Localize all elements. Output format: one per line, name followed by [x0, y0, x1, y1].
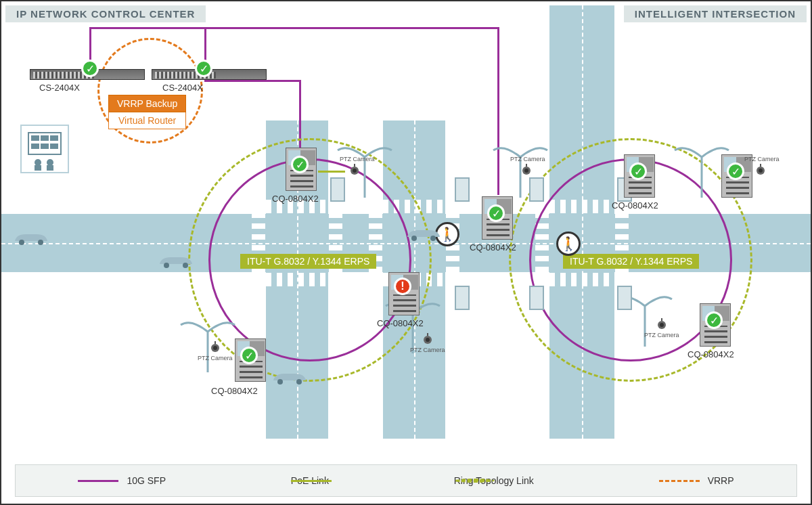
traffic-cabinet — [529, 286, 544, 310]
device-label: CQ-0804X2 — [211, 386, 258, 396]
noc-icon — [24, 130, 65, 171]
vrrp-backup-label: VRRP Backup — [108, 95, 186, 112]
status-ok-icon: ✓ — [705, 311, 723, 329]
svg-point-27 — [411, 236, 417, 241]
car-icon — [157, 252, 195, 269]
legend-swatch-poe — [291, 480, 332, 482]
svg-point-18 — [524, 169, 528, 173]
status-alert-icon: ! — [394, 278, 411, 295]
svg-point-24 — [38, 240, 43, 245]
ptz-camera-icon — [208, 340, 222, 353]
svg-point-23 — [19, 240, 24, 245]
legend-item-sfp: 10G SFP — [78, 475, 166, 486]
ptz-label: PTZ Camera — [744, 156, 780, 162]
car-icon — [405, 225, 443, 242]
svg-rect-6 — [50, 144, 58, 149]
header-right: INTELLIGENT INTERSECTION — [624, 5, 807, 22]
svg-rect-8 — [35, 165, 41, 171]
sfp-link — [204, 80, 301, 82]
ptz-camera-icon — [655, 317, 669, 330]
svg-point-22 — [759, 169, 763, 173]
ptz-camera-icon — [520, 162, 533, 176]
status-ok-icon: ✓ — [81, 60, 99, 77]
virtual-router-label: Virtual Router — [108, 112, 186, 129]
rack-label-left: CS-2404X — [39, 83, 80, 93]
status-ok-icon: ✓ — [195, 60, 212, 77]
svg-rect-1 — [31, 135, 39, 141]
ptz-label: PTZ Camera — [198, 355, 233, 361]
status-ok-icon: ✓ — [629, 162, 647, 180]
svg-point-12 — [353, 169, 357, 173]
svg-rect-4 — [31, 144, 39, 149]
traffic-cabinet — [455, 177, 470, 202]
svg-point-16 — [213, 346, 217, 350]
svg-point-20 — [660, 323, 664, 327]
ptz-label: PTZ Camera — [510, 156, 545, 162]
sfp-link — [89, 27, 499, 29]
status-ok-icon: ✓ — [291, 156, 309, 173]
traffic-cabinet — [617, 286, 632, 310]
diagram-canvas: IP NETWORK CONTROL CENTER INTELLIGENT IN… — [0, 0, 812, 505]
svg-point-26 — [183, 263, 188, 268]
status-ok-icon: ✓ — [240, 347, 258, 364]
device-label: CQ-0804X2 — [470, 242, 516, 252]
device-label: CQ-0804X2 — [377, 318, 424, 328]
ptz-camera-icon — [754, 162, 767, 176]
ptz-label: PTZ Camera — [340, 156, 375, 162]
rack-label-right: CS-2404X — [162, 83, 203, 93]
svg-rect-10 — [47, 165, 53, 171]
erps-label-left: ITU-T G.8032 / Y.1344 ERPS — [240, 254, 376, 269]
legend-swatch-vrrp — [659, 480, 700, 482]
ptz-camera-icon — [421, 332, 434, 345]
car-icon — [12, 229, 50, 246]
svg-point-14 — [426, 338, 430, 342]
legend-swatch-sfp — [78, 480, 118, 482]
svg-rect-5 — [41, 144, 49, 149]
streetlight-icon — [177, 311, 238, 372]
traffic-cabinet — [455, 286, 470, 310]
traffic-cabinet — [330, 177, 345, 202]
legend-item-vrrp: VRRP — [659, 475, 734, 486]
ptz-camera-icon — [348, 162, 361, 176]
ptz-label: PTZ Camera — [644, 332, 679, 338]
legend-swatch-ring — [454, 479, 495, 483]
erps-label-right: ITU-T G.8032 / Y.1344 ERPS — [563, 254, 699, 269]
svg-point-30 — [296, 379, 302, 385]
device-label: CQ-0804X2 — [687, 349, 734, 359]
status-ok-icon: ✓ — [727, 162, 744, 180]
header-left: IP NETWORK CONTROL CENTER — [5, 5, 206, 22]
pedestrian-walk-icon: 🚶 — [556, 232, 581, 256]
device-label: CQ-0804X2 — [272, 194, 319, 204]
legend-label-sfp: 10G SFP — [127, 475, 166, 486]
svg-rect-2 — [41, 135, 49, 141]
svg-point-25 — [164, 263, 169, 268]
device-label: CQ-0804X2 — [612, 200, 658, 211]
legend-item-ring: Ring Topology Link — [454, 475, 534, 486]
status-ok-icon: ✓ — [487, 204, 505, 222]
svg-rect-3 — [50, 135, 58, 141]
svg-point-7 — [35, 159, 41, 166]
ptz-label: PTZ Camera — [410, 347, 445, 353]
legend-label-vrrp: VRRP — [708, 475, 734, 486]
poe-link — [318, 171, 345, 173]
legend-item-poe: PoE Link — [291, 475, 329, 486]
svg-point-29 — [277, 379, 283, 385]
car-icon — [271, 368, 309, 386]
legend: 10G SFP PoE Link Ring Topology Link VRRP — [15, 464, 797, 497]
svg-point-9 — [47, 159, 53, 166]
vrrp-label-box: VRRP Backup Virtual Router — [108, 95, 186, 129]
svg-point-28 — [430, 236, 436, 241]
traffic-cabinet — [529, 177, 544, 202]
